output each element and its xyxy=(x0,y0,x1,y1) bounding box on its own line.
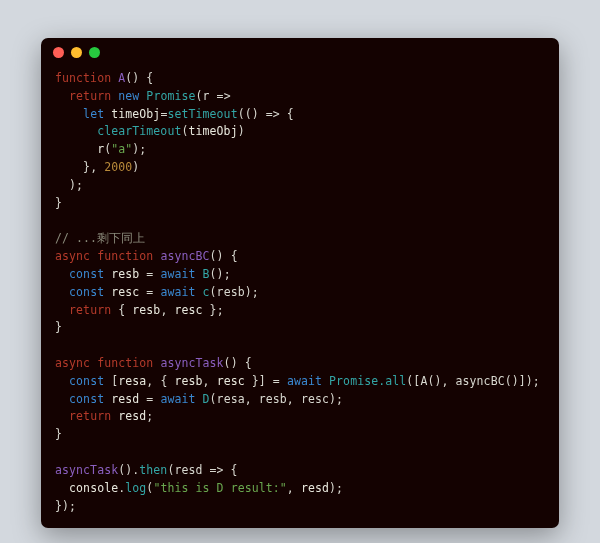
punc: { xyxy=(111,303,132,317)
punc: ) xyxy=(132,160,139,174)
kw-function: function xyxy=(97,356,153,370)
kw-new: new xyxy=(118,89,139,103)
id-resa: resa xyxy=(118,374,146,388)
id-resc: resc xyxy=(217,374,245,388)
punc: (). xyxy=(118,463,139,477)
fn-asyncTask-call: asyncTask xyxy=(55,463,118,477)
punc: , xyxy=(203,374,217,388)
punc: ); xyxy=(132,142,146,156)
id-resc: resc xyxy=(174,303,202,317)
punc: }; xyxy=(203,303,224,317)
punc: , { xyxy=(146,374,174,388)
punc: , xyxy=(160,303,174,317)
punc: [ xyxy=(104,374,118,388)
punc: } xyxy=(55,196,62,210)
method-all: .all xyxy=(378,374,406,388)
punc: ([A(), asyncBC()]); xyxy=(406,374,539,388)
punc: ) xyxy=(238,124,245,138)
minimize-icon[interactable] xyxy=(71,47,82,58)
kw-await: await xyxy=(160,392,195,406)
type-promise: Promise xyxy=(329,374,378,388)
punc: () { xyxy=(224,356,252,370)
kw-return: return xyxy=(69,303,111,317)
punc: (r => xyxy=(196,89,231,103)
punc: = xyxy=(139,285,160,299)
kw-await: await xyxy=(160,267,195,281)
fn-asyncTask: asyncTask xyxy=(160,356,223,370)
punc: (resd => { xyxy=(167,463,237,477)
fn-B: B xyxy=(203,267,210,281)
method-log: log xyxy=(125,481,146,495)
id-resb: resb xyxy=(174,374,202,388)
kw-function: function xyxy=(97,249,153,263)
fn-clearTimeout: clearTimeout xyxy=(97,124,181,138)
punc: () { xyxy=(125,71,153,85)
kw-let: let xyxy=(83,107,104,121)
punc: } xyxy=(55,320,62,334)
kw-return: return xyxy=(69,89,111,103)
fn-setTimeout: setTimeout xyxy=(167,107,237,121)
kw-return: return xyxy=(69,409,111,423)
id-resd: resd xyxy=(301,481,329,495)
kw-await: await xyxy=(287,374,322,388)
punc: (() => { xyxy=(238,107,294,121)
punc: ); xyxy=(329,481,343,495)
punc: = xyxy=(139,267,160,281)
punc: () { xyxy=(210,249,238,263)
num-2000: 2000 xyxy=(104,160,132,174)
kw-const: const xyxy=(69,392,104,406)
punc: (resb); xyxy=(210,285,259,299)
kw-async: async xyxy=(55,356,90,370)
id-resc: resc xyxy=(111,285,139,299)
id-resb: resb xyxy=(111,267,139,281)
fn-c: c xyxy=(203,285,210,299)
type-promise: Promise xyxy=(146,89,195,103)
punc: (resa, resb, resc); xyxy=(210,392,343,406)
fn-asyncBC: asyncBC xyxy=(160,249,209,263)
punc: }, xyxy=(83,160,104,174)
kw-const: const xyxy=(69,285,104,299)
id-resd: resd xyxy=(111,409,146,423)
close-icon[interactable] xyxy=(53,47,64,58)
kw-function: function xyxy=(55,71,111,85)
id-resb: resb xyxy=(132,303,160,317)
comment: // ...剩下同上 xyxy=(55,231,146,245)
code-window: function A() { return new Promise(r => l… xyxy=(41,38,559,528)
id-resd: resd xyxy=(111,392,139,406)
fn-D: D xyxy=(203,392,210,406)
punc: = xyxy=(139,392,160,406)
id-console: console xyxy=(69,481,118,495)
str-a: "a" xyxy=(111,142,132,156)
punc: }); xyxy=(55,499,76,513)
punc: (); xyxy=(210,267,231,281)
punc: ); xyxy=(69,178,83,192)
kw-await: await xyxy=(160,285,195,299)
id-timeObj: timeObj xyxy=(111,107,160,121)
kw-async: async xyxy=(55,249,90,263)
punc: , xyxy=(287,481,301,495)
method-then: then xyxy=(139,463,167,477)
code-block: function A() { return new Promise(r => l… xyxy=(41,66,559,525)
kw-const: const xyxy=(69,267,104,281)
id-timeObj: timeObj xyxy=(188,124,237,138)
str-result: "this is D result:" xyxy=(153,481,286,495)
punc: }] = xyxy=(245,374,287,388)
punc: } xyxy=(55,427,62,441)
punc: ; xyxy=(146,409,153,423)
kw-const: const xyxy=(69,374,104,388)
window-titlebar xyxy=(41,38,559,66)
zoom-icon[interactable] xyxy=(89,47,100,58)
